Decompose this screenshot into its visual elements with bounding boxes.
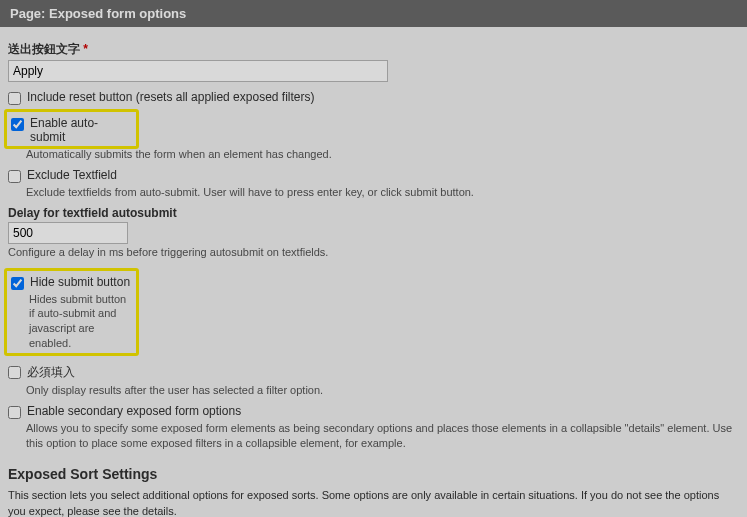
required-input-description: Only display results after the user has … — [26, 383, 739, 398]
delay-item: Delay for textfield autosubmit Configure… — [8, 206, 739, 260]
sort-settings-heading: Exposed Sort Settings — [8, 466, 739, 482]
sort-settings-text: This section lets you select additional … — [8, 488, 739, 517]
enable-autosubmit-label: Enable auto-submit — [30, 116, 132, 144]
dialog-content: 送出按鈕文字 * Include reset button (resets al… — [0, 27, 747, 517]
enable-secondary-row: Enable secondary exposed form options — [8, 404, 739, 419]
required-marker: * — [83, 42, 88, 56]
include-reset-label: Include reset button (resets all applied… — [27, 90, 315, 104]
exclude-textfield-description: Exclude textfields from auto-submit. Use… — [26, 185, 739, 200]
include-reset-row: Include reset button (resets all applied… — [8, 90, 739, 105]
hide-submit-label: Hide submit button — [30, 275, 130, 289]
dialog: Page: Exposed form options 送出按鈕文字 * Incl… — [0, 0, 747, 517]
delay-label: Delay for textfield autosubmit — [8, 206, 739, 220]
hide-submit-row: Hide submit button — [11, 275, 132, 290]
required-input-row: 必須填入 — [8, 364, 739, 381]
required-input-checkbox[interactable] — [8, 366, 21, 379]
submit-button-text-input[interactable] — [8, 60, 388, 82]
submit-button-text-label: 送出按鈕文字 * — [8, 41, 739, 58]
enable-secondary-description: Allows you to specify some exposed form … — [26, 421, 739, 451]
enable-autosubmit-description: Automatically submits the form when an e… — [26, 147, 739, 162]
enable-autosubmit-row: Enable auto-submit — [11, 116, 132, 144]
submit-button-text-label-text: 送出按鈕文字 — [8, 42, 80, 56]
enable-secondary-label: Enable secondary exposed form options — [27, 404, 241, 418]
highlight-auto-submit: Enable auto-submit — [4, 109, 139, 149]
required-input-label: 必須填入 — [27, 364, 75, 381]
delay-description: Configure a delay in ms before triggerin… — [8, 245, 739, 260]
enable-secondary-checkbox[interactable] — [8, 406, 21, 419]
hide-submit-checkbox[interactable] — [11, 277, 24, 290]
include-reset-checkbox[interactable] — [8, 92, 21, 105]
enable-autosubmit-checkbox[interactable] — [11, 118, 24, 131]
dialog-title: Page: Exposed form options — [0, 0, 747, 27]
exclude-textfield-row: Exclude Textfield — [8, 168, 739, 183]
hide-submit-description: Hides submit button if auto-submit and j… — [29, 292, 132, 351]
exclude-textfield-label: Exclude Textfield — [27, 168, 117, 182]
exclude-textfield-checkbox[interactable] — [8, 170, 21, 183]
highlight-hide-submit: Hide submit button Hides submit button i… — [4, 268, 139, 356]
delay-input[interactable] — [8, 222, 128, 244]
submit-button-text-item: 送出按鈕文字 * — [8, 41, 739, 82]
